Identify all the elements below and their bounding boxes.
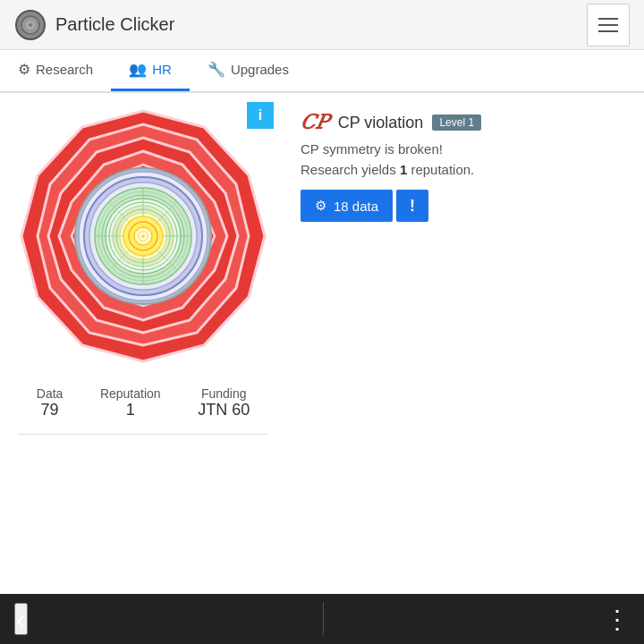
tab-research-label: Research: [36, 62, 93, 77]
data-button-label: 18 data: [334, 199, 378, 214]
main-content: i: [0, 93, 644, 594]
svg-point-3: [29, 23, 32, 27]
yield-text-after: reputation.: [407, 162, 474, 177]
yield-text-before: Research yields: [301, 162, 400, 177]
tab-research[interactable]: ⚙ Research: [0, 50, 111, 91]
bottom-nav-bar: ‹ ⋮: [0, 594, 644, 644]
research-item-cp-violation: 𝐶𝑃 CP violation Level 1 CP symmetry is b…: [301, 111, 630, 222]
tab-upgrades[interactable]: 🔧 Upgrades: [190, 50, 307, 91]
exclaim-button[interactable]: !: [396, 190, 428, 222]
stat-data-value: 79: [41, 401, 59, 419]
info-button[interactable]: i: [247, 102, 274, 129]
menu-button[interactable]: [587, 4, 630, 47]
research-item-description: CP symmetry is broken!: [301, 141, 630, 157]
back-button[interactable]: ‹: [14, 603, 28, 635]
research-action-row: ⚙ 18 data !: [301, 190, 630, 222]
stat-funding-label: Funding: [201, 386, 247, 401]
research-item-yield: Research yields 1 reputation.: [301, 162, 630, 177]
hamburger-icon: [598, 18, 618, 32]
stat-data-label: Data: [37, 386, 64, 401]
exclaim-icon: !: [410, 197, 415, 216]
svg-point-30: [141, 234, 145, 238]
particle-svg: [9, 102, 277, 379]
tab-hr[interactable]: 👥 HR: [111, 50, 190, 91]
research-item-header: 𝐶𝑃 CP violation Level 1: [301, 111, 630, 134]
tab-upgrades-label: Upgrades: [231, 62, 289, 77]
research-item-name: CP violation: [338, 114, 424, 132]
particle-visualization[interactable]: [9, 102, 277, 379]
stat-reputation: Reputation 1: [100, 386, 161, 419]
more-icon: ⋮: [605, 606, 630, 633]
yield-value: 1: [400, 162, 407, 177]
stat-reputation-value: 1: [126, 401, 135, 419]
app-icon: [14, 9, 47, 41]
hr-tab-icon: 👥: [129, 61, 147, 78]
left-panel: i: [0, 93, 286, 594]
nav-divider: [323, 603, 324, 635]
app-title: Particle Clicker: [55, 14, 174, 35]
more-button[interactable]: ⋮: [605, 605, 630, 634]
stat-funding-value: JTN 60: [198, 401, 250, 419]
tab-hr-label: HR: [152, 62, 172, 77]
app-header: Particle Clicker: [0, 0, 644, 50]
stats-row: Data 79 Reputation 1 Funding JTN 60: [9, 386, 277, 419]
gear-icon: ⚙: [315, 198, 326, 214]
stat-data: Data 79: [37, 386, 64, 419]
stat-reputation-label: Reputation: [100, 386, 161, 401]
right-panel: 𝐶𝑃 CP violation Level 1 CP symmetry is b…: [286, 93, 644, 594]
research-tab-icon: ⚙: [18, 61, 30, 78]
stats-divider: [18, 434, 268, 435]
level-badge: Level 1: [432, 114, 481, 131]
data-button[interactable]: ⚙ 18 data: [301, 190, 393, 222]
cp-violation-icon: 𝐶𝑃: [301, 111, 329, 134]
back-icon: ‹: [16, 605, 26, 633]
tab-bar: ⚙ Research 👥 HR 🔧 Upgrades: [0, 50, 644, 93]
header-left: Particle Clicker: [14, 9, 174, 41]
stat-funding: Funding JTN 60: [198, 386, 250, 419]
upgrades-tab-icon: 🔧: [208, 61, 225, 78]
